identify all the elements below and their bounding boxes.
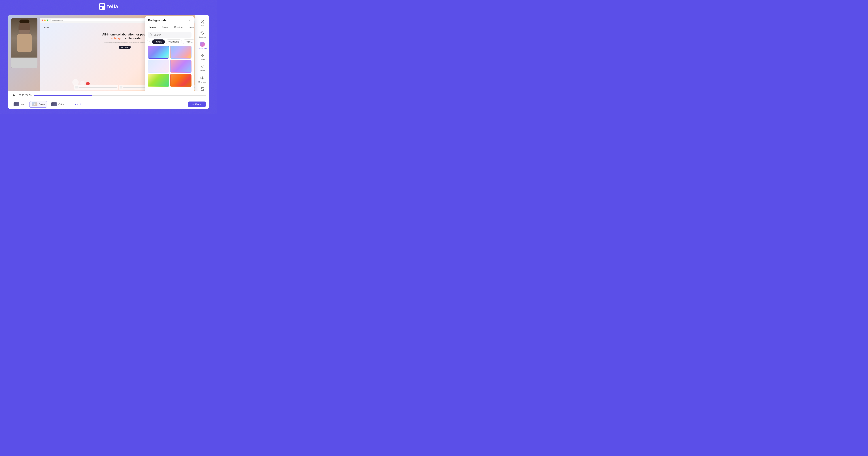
browser-subtext: You can focus on your work and Toldya wi… [104,41,145,43]
browser-headline-text-1: All-in-one collaboration for peop [102,33,147,36]
tab-gradient[interactable]: Gradient [172,24,186,30]
category-popular[interactable]: Popular [152,39,165,44]
clips-row: Intro Demo Outro ＋ Add clip [8,100,209,109]
browser-headline: All-in-one collaboration for peop too bu… [102,33,147,40]
border-label: Border [200,70,205,72]
play-button[interactable] [11,93,16,98]
category-prev-arrow[interactable]: ‹ [147,39,151,44]
category-textures[interactable]: Textu… [183,39,194,44]
trim-label: Trim [201,25,204,27]
current-time: 00:20 [19,94,24,96]
panel-tabs: Image Colour Gradient Upload [145,24,194,30]
svg-rect-10 [203,77,204,79]
browser-card-1 [74,85,118,90]
swatch-5[interactable] [148,74,169,87]
browser-headline-text-2: to collaborate [122,37,141,40]
clip-item-demo[interactable]: Demo [29,101,47,108]
progress-fill [34,95,92,96]
clip-thumb-outro [51,103,57,106]
clip-item-intro[interactable]: Intro [11,101,28,108]
sidebar-tool-mirror-cam[interactable]: Mirror cam [196,74,209,84]
border-icon [200,64,205,69]
browser-cta-button[interactable]: Get Started [119,46,130,49]
search-input-wrap [148,32,191,38]
browser-url-text: ● toldya.webflow.io [52,20,63,21]
finish-checkmark-icon [192,103,194,106]
svg-rect-7 [201,65,204,68]
trim-icon [200,19,205,24]
search-icon [150,33,152,36]
browser-brand: Toldya [43,26,49,28]
webcam-overlay [11,18,37,68]
clip-thumb-intro [13,103,19,106]
svg-rect-4 [203,54,204,55]
logo-icon [99,3,105,10]
swatch-2[interactable] [170,46,191,59]
browser-dot-yellow [44,20,45,21]
app-name: tella [107,4,118,9]
search-input[interactable] [154,33,190,36]
right-sidebar: Trim Re-record Background [195,15,209,91]
background-label: Background [198,48,207,49]
swatches-grid [145,46,194,89]
clip-label-outro: Outro [58,103,64,106]
panel-scrollbar [193,62,193,73]
rerecord-label: Re-record [198,36,206,38]
webcam-feed [11,18,37,68]
browser-decorations [72,79,90,85]
clip-label-demo: Demo [39,103,45,106]
finish-label: Finish [195,103,202,106]
finish-button[interactable]: Finish [188,102,206,107]
panel-title: Backgrounds [148,19,166,22]
svg-rect-0 [100,4,102,6]
tab-upload[interactable]: Upload [186,24,194,30]
sidebar-tool-border[interactable]: Border [196,63,209,73]
panel-header: Backgrounds × [145,16,194,24]
sidebar-tool-layout[interactable]: Layout [196,51,209,62]
swatch-4[interactable] [170,60,191,73]
sidebar-tool-crop-screen[interactable]: Crop screen [196,85,209,91]
browser-dot-red [41,20,43,21]
apply-all-clips-button[interactable]: Apply to all clips [148,90,191,91]
backgrounds-panel: Backgrounds × Image Colour Gradient Uplo… [145,16,194,91]
video-area-wrapper: ● toldya.webflow.io Toldya Home Fea [8,15,209,91]
browser-headline-highlight: too busy [109,37,121,40]
playback-bar: 00:20 / 00:59 [8,91,209,100]
bottom-controls: 00:20 / 00:59 Intro De [8,91,209,109]
app-logo: tella [99,3,118,10]
time-display: 00:20 / 00:59 [19,94,31,96]
clip-label-intro: Intro [21,103,25,106]
total-time: 00:59 [26,94,31,96]
rerecord-icon [200,30,205,35]
progress-track[interactable] [34,95,206,96]
editor-card: ● toldya.webflow.io Toldya Home Fea [8,15,209,109]
svg-rect-9 [201,77,202,79]
svg-rect-12 [201,88,204,90]
add-clip-button[interactable]: ＋ Add clip [68,101,85,107]
clip-item-outro[interactable]: Outro [49,101,66,108]
sidebar-tool-rerecord[interactable]: Re-record [196,29,209,39]
background-icon [200,41,205,47]
layout-icon [200,53,205,58]
play-triangle-icon [13,94,15,96]
category-wallpapers[interactable]: Wallpapers [166,39,182,44]
svg-rect-3 [201,54,202,55]
swatch-3[interactable] [148,60,169,73]
tab-image[interactable]: Image [147,24,159,30]
add-clip-label: Add clip [74,103,82,106]
svg-rect-1 [102,4,104,6]
swatch-1[interactable] [148,46,169,59]
deco-circle-1 [72,79,79,85]
svg-line-17 [151,35,152,36]
sidebar-tool-trim[interactable]: Trim [196,18,209,28]
browser-dot-green [46,20,48,21]
swatch-6[interactable] [170,74,191,87]
svg-rect-5 [201,56,202,57]
svg-rect-8 [202,66,203,67]
tab-colour[interactable]: Colour [159,24,171,30]
sidebar-tool-background[interactable]: Background [196,40,209,51]
card-thumb-2 [120,86,122,88]
svg-rect-2 [100,7,102,9]
panel-close-button[interactable]: × [187,19,191,23]
card-text-1 [79,87,117,88]
